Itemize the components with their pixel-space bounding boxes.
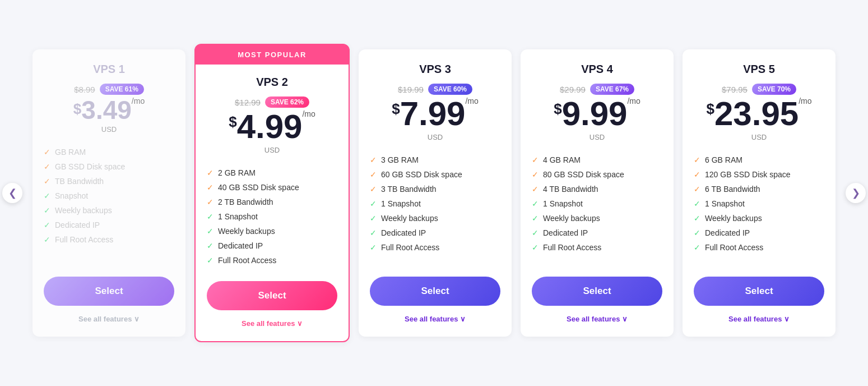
feature-item: ✓ Full Root Access (207, 253, 337, 268)
check-icon: ✓ (370, 228, 377, 237)
check-icon: ✓ (694, 243, 700, 252)
feature-item: ✓ 3 TB Bandwidth (370, 182, 500, 196)
currency-symbol-vps4: $ (554, 102, 561, 116)
pricing-area-vps1: $8.99SAVE 61%$3.49/moUSD (44, 84, 174, 134)
save-badge-vps2: SAVE 62% (265, 96, 309, 108)
check-icon: ✓ (44, 191, 50, 200)
price-number-vps4: 9.99 (562, 97, 628, 131)
feature-item: ✓ GB RAM (44, 145, 174, 159)
feature-text: Dedicated IP (705, 228, 750, 237)
see-all-features-vps5[interactable]: See all features ∨ (694, 315, 824, 323)
original-price-vps5: $79.95 (722, 85, 748, 94)
check-icon: ✓ (370, 155, 377, 164)
feature-item: ✓ 4 TB Bandwidth (532, 182, 662, 196)
feature-text: 1 Snapshot (218, 212, 258, 221)
feature-text: Dedicated IP (543, 228, 588, 237)
check-icon: ✓ (207, 197, 213, 206)
feature-text: 80 GB SSD Disk space (543, 170, 624, 179)
feature-item: ✓ Full Root Access (370, 240, 500, 255)
feature-item: ✓ Full Root Access (44, 232, 174, 247)
feature-text: Dedicated IP (381, 228, 426, 237)
check-icon: ✓ (207, 212, 213, 221)
select-button-vps4[interactable]: Select (532, 277, 662, 306)
check-icon: ✓ (694, 199, 700, 208)
check-icon: ✓ (532, 243, 539, 252)
check-icon: ✓ (44, 162, 50, 171)
feature-text: 4 GB RAM (543, 155, 581, 164)
see-all-features-vps4[interactable]: See all features ∨ (532, 315, 662, 323)
main-price-vps2: $4.99/mo (207, 110, 337, 144)
per-mo-vps1: /mo (132, 97, 145, 105)
check-icon: ✓ (694, 214, 700, 223)
feature-item: ✓ 2 GB RAM (207, 166, 337, 180)
save-badge-vps3: SAVE 60% (428, 84, 472, 95)
feature-item: ✓ Dedicated IP (207, 238, 337, 253)
original-price-vps3: $19.99 (398, 85, 424, 94)
feature-item: ✓ Weekly backups (207, 224, 337, 238)
feature-item: ✓ Dedicated IP (532, 226, 662, 240)
main-price-vps4: $9.99/mo (532, 97, 662, 131)
feature-item: ✓ Full Root Access (532, 240, 662, 255)
check-icon: ✓ (370, 199, 377, 208)
feature-text: GB RAM (55, 148, 86, 157)
per-mo-vps4: /mo (627, 97, 640, 105)
feature-text: 60 GB SSD Disk space (381, 170, 462, 179)
check-icon: ✓ (370, 243, 377, 252)
plan-name-vps1: VPS 1 (44, 63, 174, 76)
check-icon: ✓ (44, 148, 50, 157)
check-icon: ✓ (44, 206, 50, 215)
check-icon: ✓ (370, 214, 377, 223)
features-list-vps2: ✓ 2 GB RAM ✓ 40 GB SSD Disk space ✓ 2 TB… (207, 166, 337, 268)
pricing-wrapper: ❮ VPS 1$8.99SAVE 61%$3.49/moUSD ✓ GB RAM… (0, 38, 868, 348)
check-icon: ✓ (207, 227, 213, 236)
feature-text: 3 TB Bandwidth (381, 185, 437, 194)
feature-text: Weekly backups (705, 214, 762, 223)
feature-item: ✓ Weekly backups (532, 211, 662, 226)
feature-text: Full Root Access (218, 256, 276, 265)
feature-text: 2 TB Bandwidth (218, 197, 273, 206)
select-button-vps3[interactable]: Select (370, 277, 500, 306)
feature-text: Full Root Access (55, 235, 113, 244)
feature-item: ✓ 6 GB RAM (694, 153, 824, 167)
feature-item: ✓ Dedicated IP (44, 218, 174, 232)
plan-card-vps4: VPS 4$29.99SAVE 67%$9.99/moUSD ✓ 4 GB RA… (521, 49, 674, 337)
most-popular-badge: MOST POPULAR (196, 45, 349, 65)
plan-name-vps2: VPS 2 (207, 76, 337, 89)
plan-card-vps3: VPS 3$19.99SAVE 60%$7.99/moUSD ✓ 3 GB RA… (359, 49, 512, 337)
feature-item: ✓ 3 GB RAM (370, 153, 500, 167)
feature-item: ✓ 4 GB RAM (532, 153, 662, 167)
select-button-vps5[interactable]: Select (694, 277, 824, 306)
feature-text: Dedicated IP (55, 220, 100, 229)
usd-label-vps5: USD (694, 133, 824, 141)
see-all-features-vps3[interactable]: See all features ∨ (370, 315, 500, 323)
feature-text: Full Root Access (543, 243, 601, 252)
select-button-vps1[interactable]: Select (44, 277, 174, 306)
check-icon: ✓ (532, 155, 539, 164)
feature-item: ✓ 40 GB SSD Disk space (207, 180, 337, 195)
price-number-vps5: 23.95 (714, 97, 799, 131)
see-all-features-vps1[interactable]: See all features ∨ (44, 315, 174, 323)
prev-arrow[interactable]: ❮ (2, 183, 22, 203)
feature-item: ✓ 1 Snapshot (532, 196, 662, 211)
per-mo-vps5: /mo (799, 97, 811, 105)
feature-text: Weekly backups (55, 206, 112, 215)
original-price-vps4: $29.99 (560, 85, 586, 94)
features-list-vps5: ✓ 6 GB RAM ✓ 120 GB SSD Disk space ✓ 6 T… (694, 153, 824, 263)
select-button-vps2[interactable]: Select (207, 281, 337, 310)
check-icon: ✓ (207, 168, 213, 177)
see-all-features-vps2[interactable]: See all features ∨ (207, 319, 337, 328)
feature-text: 6 GB RAM (705, 155, 742, 164)
feature-text: Full Root Access (705, 243, 763, 252)
main-price-vps3: $7.99/mo (370, 97, 500, 131)
check-icon: ✓ (44, 177, 50, 186)
feature-text: Weekly backups (218, 227, 275, 236)
check-icon: ✓ (207, 183, 213, 192)
features-list-vps1: ✓ GB RAM ✓ GB SSD Disk space ✓ TB Bandwi… (44, 145, 174, 263)
feature-text: 1 Snapshot (381, 199, 421, 208)
next-arrow[interactable]: ❯ (846, 183, 866, 203)
plan-card-vps2: MOST POPULARVPS 2$12.99SAVE 62%$4.99/moU… (194, 44, 350, 342)
feature-text: 120 GB SSD Disk space (705, 170, 791, 179)
feature-text: 2 GB RAM (218, 168, 256, 177)
check-icon: ✓ (370, 170, 377, 179)
pricing-area-vps5: $79.95SAVE 70%$23.95/moUSD (694, 84, 824, 141)
